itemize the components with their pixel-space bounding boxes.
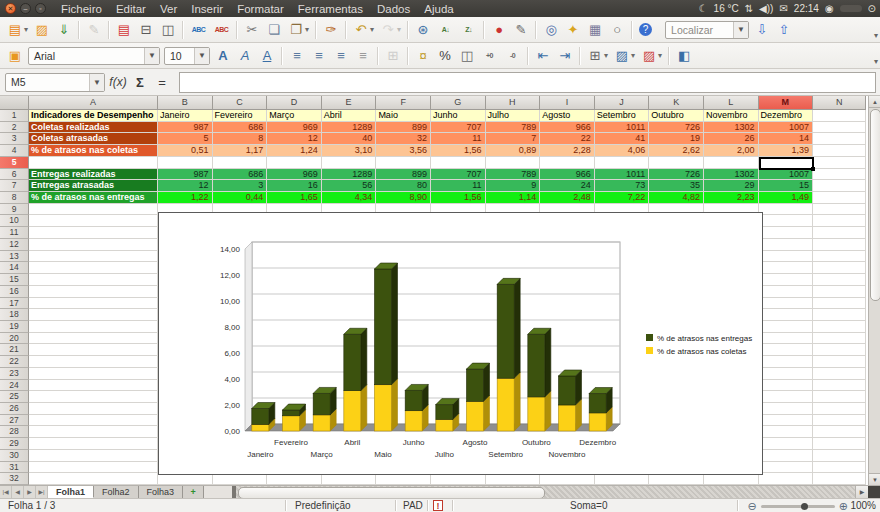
cell-e6[interactable]: 1289	[322, 169, 377, 181]
cell[interactable]	[813, 227, 866, 239]
cell-a27[interactable]	[29, 415, 158, 427]
cell-k7[interactable]: 35	[649, 180, 704, 192]
cell-n1[interactable]	[813, 110, 866, 122]
mail-icon[interactable]: ✉	[779, 3, 787, 14]
column-header-k[interactable]: K	[649, 96, 704, 110]
row-header-10[interactable]: 10	[0, 215, 29, 227]
chevron-down-icon[interactable]: ▼	[89, 74, 104, 91]
column-header-e[interactable]: E	[322, 96, 377, 110]
cell-d4[interactable]: 1,24	[267, 145, 322, 157]
dropdown-arrow-icon[interactable]: ▾	[631, 51, 635, 60]
font-name-combo[interactable]: Arial ▼	[28, 47, 160, 65]
cell[interactable]	[759, 298, 814, 310]
add-sheet-button[interactable]: +	[183, 486, 204, 498]
cell[interactable]	[759, 473, 814, 485]
cell[interactable]	[813, 426, 866, 438]
cell-n6[interactable]	[813, 169, 866, 181]
cell-a18[interactable]	[29, 309, 158, 321]
page-preview-button[interactable]: ◫	[158, 20, 178, 40]
row-header-30[interactable]: 30	[0, 450, 29, 462]
equals-icon[interactable]: =	[151, 75, 173, 90]
sum-status[interactable]: Soma=0	[570, 499, 608, 512]
cell-g5[interactable]	[431, 157, 486, 169]
cell[interactable]	[759, 262, 814, 274]
cell[interactable]	[813, 215, 866, 227]
cell-e7[interactable]: 56	[322, 180, 377, 192]
cell-a32[interactable]	[29, 473, 158, 485]
cell-h6[interactable]: 789	[486, 169, 541, 181]
cell[interactable]	[759, 391, 814, 403]
row-header-7[interactable]: 7	[0, 180, 29, 192]
cell-e4[interactable]: 3,10	[322, 145, 377, 157]
cell[interactable]	[595, 473, 650, 485]
cell-j5[interactable]	[595, 157, 650, 169]
find-input[interactable]: Localizar	[671, 24, 713, 36]
cell-a20[interactable]	[29, 333, 158, 345]
cell-h1[interactable]: Julho	[486, 110, 541, 122]
merge-cells-button[interactable]: ⊞	[383, 46, 403, 66]
volume-icon[interactable]: ◀))	[759, 3, 773, 14]
cell-k5[interactable]	[649, 157, 704, 169]
menu-editar[interactable]: Editar	[109, 3, 153, 15]
cell-a4[interactable]: % de atrasos nas coletas	[29, 145, 158, 157]
cell-f5[interactable]	[376, 157, 431, 169]
row-header-32[interactable]: 32	[0, 473, 29, 485]
cell-j2[interactable]: 1011	[595, 122, 650, 134]
cell-n2[interactable]	[813, 122, 866, 134]
cell[interactable]	[813, 391, 866, 403]
formula-input[interactable]	[179, 72, 876, 93]
cell[interactable]	[813, 450, 866, 462]
cell-i8[interactable]: 2,48	[540, 192, 595, 204]
cell-k6[interactable]: 726	[649, 169, 704, 181]
cell-n8[interactable]	[813, 192, 866, 204]
cell-a26[interactable]	[29, 403, 158, 415]
cell[interactable]	[759, 251, 814, 263]
navigator-button[interactable]: ✦	[563, 20, 583, 40]
background-color-button[interactable]: ▨▾	[612, 46, 637, 66]
cell-g6[interactable]: 707	[431, 169, 486, 181]
row-header-21[interactable]: 21	[0, 344, 29, 356]
borders-button[interactable]: ⊞▾	[585, 46, 610, 66]
cell-j4[interactable]: 4,06	[595, 145, 650, 157]
cell-i7[interactable]: 24	[540, 180, 595, 192]
cell[interactable]	[759, 380, 814, 392]
hyperlink-button[interactable]: ⊛	[413, 20, 433, 40]
close-icon[interactable]: ✕	[5, 3, 16, 14]
row-header-2[interactable]: 2	[0, 122, 29, 134]
cell-b4[interactable]: 0,51	[158, 145, 213, 157]
cell-d6[interactable]: 969	[267, 169, 322, 181]
font-color-button[interactable]: ▨▾	[639, 46, 664, 66]
next-sheet-icon[interactable]: ▶	[24, 486, 36, 498]
cell[interactable]	[813, 251, 866, 263]
copy-button[interactable]: ❏	[264, 20, 284, 40]
cell-i2[interactable]: 966	[540, 122, 595, 134]
export-pdf-button[interactable]: ▤	[114, 20, 134, 40]
cell-d7[interactable]: 16	[267, 180, 322, 192]
font-size-combo[interactable]: 10 ▼	[164, 47, 210, 65]
first-sheet-icon[interactable]: |◀	[0, 486, 12, 498]
zoom-slider[interactable]	[761, 505, 835, 508]
cell-l3[interactable]: 26	[704, 133, 759, 145]
cell-e1[interactable]: Abril	[322, 110, 377, 122]
cell-l7[interactable]: 29	[704, 180, 759, 192]
column-header-i[interactable]: I	[540, 96, 595, 110]
cell-e5[interactable]	[322, 157, 377, 169]
column-header-g[interactable]: G	[431, 96, 486, 110]
cell[interactable]	[759, 274, 814, 286]
cell-m3[interactable]: 14	[759, 133, 814, 145]
cell-b8[interactable]: 1,22	[158, 192, 213, 204]
new-document-button[interactable]: ▤▾	[5, 20, 30, 40]
cell-a31[interactable]	[29, 462, 158, 474]
cell-a25[interactable]	[29, 391, 158, 403]
cell-c7[interactable]: 3	[213, 180, 268, 192]
sum-icon[interactable]: Σ	[129, 75, 151, 90]
cell-l5[interactable]	[704, 157, 759, 169]
underline-button[interactable]: A	[257, 46, 277, 66]
cell-m2[interactable]: 1007	[759, 122, 814, 134]
cell-m8[interactable]: 1,49	[759, 192, 814, 204]
cell[interactable]	[759, 215, 814, 227]
align-left-button[interactable]: ≡	[287, 46, 307, 66]
cell-b6[interactable]: 987	[158, 169, 213, 181]
cell-a29[interactable]	[29, 438, 158, 450]
row-header-19[interactable]: 19	[0, 321, 29, 333]
